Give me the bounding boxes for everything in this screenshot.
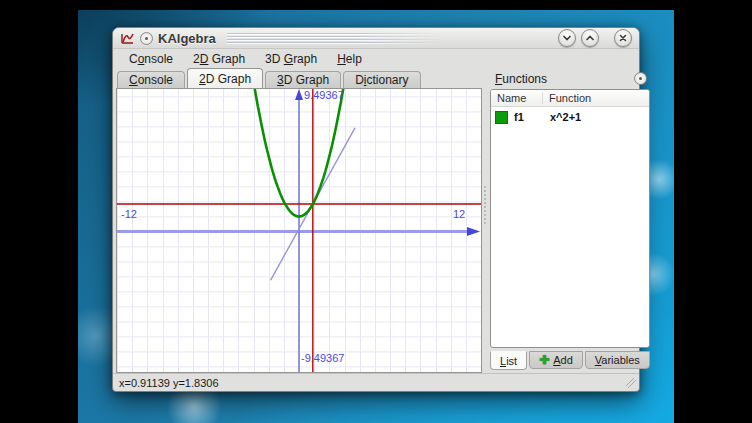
functions-panel-tabs: List ✚Add Variables bbox=[488, 351, 652, 373]
resize-grip[interactable] bbox=[626, 378, 636, 388]
menu-3d-graph[interactable]: 3D Graph bbox=[257, 51, 325, 67]
menubar: Console 2D Graph 3D Graph Help bbox=[113, 49, 639, 68]
panel-splitter[interactable] bbox=[482, 68, 488, 373]
menu-help[interactable]: Help bbox=[329, 51, 370, 67]
window-menu-icon[interactable] bbox=[140, 32, 153, 45]
menu-console[interactable]: Console bbox=[121, 51, 181, 67]
titlebar[interactable]: KAlgebra bbox=[113, 28, 639, 49]
chevron-up-icon bbox=[584, 32, 596, 44]
x-axis-arrow-icon bbox=[467, 227, 480, 236]
plot-svg bbox=[117, 89, 481, 373]
functions-list: Name Function f1 x^2+1 bbox=[490, 89, 650, 348]
functions-list-header[interactable]: Name Function bbox=[491, 90, 649, 107]
kalgebra-window: KAlgebra Console 2D Graph bbox=[112, 27, 640, 392]
tab-3d-graph[interactable]: 3D Graph bbox=[265, 71, 341, 88]
y-min-label: -9.49367 bbox=[301, 353, 344, 364]
close-button[interactable] bbox=[614, 29, 632, 47]
functions-panel-header: Functions bbox=[488, 69, 652, 88]
function-row[interactable]: f1 x^2+1 bbox=[491, 107, 649, 127]
tab-add[interactable]: ✚Add bbox=[529, 351, 583, 369]
titlebar-stripes-decoration bbox=[227, 33, 442, 44]
window-title: KAlgebra bbox=[158, 31, 216, 46]
maximize-button[interactable] bbox=[581, 29, 599, 47]
functions-panel: Functions Name Function f1 x^2+1 List bbox=[488, 68, 652, 373]
y-max-label: 9.49367 bbox=[304, 90, 344, 101]
kalgebra-app-icon bbox=[120, 31, 135, 46]
desktop-background: KAlgebra Console 2D Graph bbox=[0, 0, 752, 423]
x-max-label: 12 bbox=[453, 209, 465, 220]
function-color-swatch bbox=[495, 111, 508, 124]
statusbar: x=0.91139 y=1.8306 bbox=[113, 373, 639, 391]
graph-canvas[interactable]: 9.49367 -9.49367 -12 12 bbox=[116, 88, 482, 373]
tab-2d-graph[interactable]: 2D Graph bbox=[187, 68, 263, 88]
dock-detach-icon[interactable] bbox=[634, 72, 647, 85]
functions-panel-title: Functions bbox=[495, 72, 547, 86]
plus-icon: ✚ bbox=[539, 355, 549, 365]
tab-console[interactable]: Console bbox=[117, 71, 185, 88]
main-area: Console 2D Graph 3D Graph Dictionary bbox=[113, 68, 639, 373]
cursor-coordinates: x=0.91139 y=1.8306 bbox=[119, 377, 219, 389]
tab-widget: Console 2D Graph 3D Graph Dictionary bbox=[116, 68, 482, 373]
tabbar: Console 2D Graph 3D Graph Dictionary bbox=[116, 68, 482, 88]
function-expression: x^2+1 bbox=[543, 111, 581, 123]
minimize-button[interactable] bbox=[558, 29, 576, 47]
close-x-icon bbox=[617, 32, 629, 44]
function-name: f1 bbox=[514, 111, 543, 123]
x-min-label: -12 bbox=[121, 209, 137, 220]
column-name: Name bbox=[491, 92, 543, 104]
column-function: Function bbox=[543, 92, 649, 104]
chevron-down-icon bbox=[561, 32, 573, 44]
tab-dictionary[interactable]: Dictionary bbox=[343, 71, 420, 88]
tab-list[interactable]: List bbox=[490, 351, 527, 370]
tab-variables[interactable]: Variables bbox=[585, 351, 650, 369]
y-axis-arrow-icon bbox=[295, 89, 303, 100]
menu-2d-graph[interactable]: 2D Graph bbox=[185, 51, 253, 67]
